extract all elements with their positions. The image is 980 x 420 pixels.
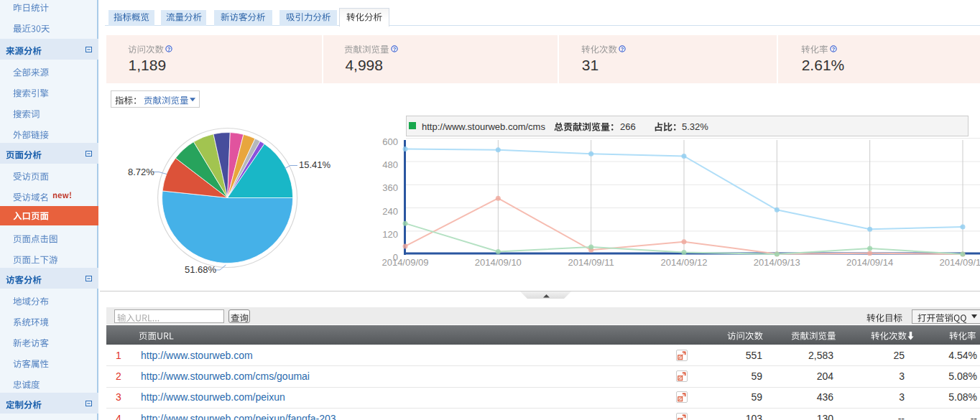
svg-text:?: ? — [621, 46, 624, 52]
svg-text:?: ? — [393, 46, 397, 52]
svg-text:?: ? — [167, 46, 171, 52]
svg-text:?: ? — [831, 46, 835, 52]
